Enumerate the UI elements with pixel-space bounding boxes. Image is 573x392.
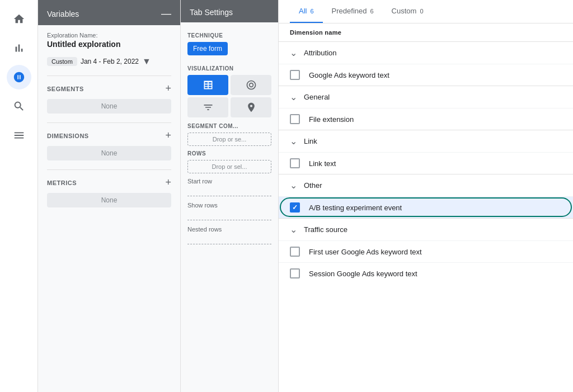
- google-ads-keyword-text-checkbox[interactable]: [290, 70, 300, 80]
- tab-settings-panel: Tab Settings TECHNIQUE Free form VISUALI…: [181, 0, 279, 392]
- table-viz-button[interactable]: [187, 75, 228, 95]
- map-viz-button[interactable]: [231, 97, 271, 117]
- donut-viz-button[interactable]: [231, 75, 271, 95]
- ab-testing-checkbox[interactable]: [290, 202, 300, 212]
- show-rows-label: Show rows: [187, 202, 271, 209]
- segments-add-button[interactable]: +: [165, 83, 171, 95]
- segment-comparison-label: SEGMENT COM...: [187, 123, 271, 129]
- dimensions-add-button[interactable]: +: [165, 130, 171, 141]
- tab-predefined[interactable]: Predefined 6: [323, 0, 383, 23]
- tab-all-count: 6: [310, 8, 313, 15]
- link-group-header[interactable]: ⌄ Link: [279, 130, 573, 152]
- file-extension-checkbox[interactable]: [290, 114, 300, 124]
- show-rows-input[interactable]: [187, 211, 271, 220]
- traffic-source-group-header[interactable]: ⌄ Traffic source: [279, 218, 573, 240]
- home-icon[interactable]: [7, 7, 31, 31]
- nested-rows-input[interactable]: Show: [187, 235, 271, 244]
- start-row-label: Start row: [187, 178, 271, 185]
- list-icon[interactable]: [7, 123, 31, 148]
- tab-custom[interactable]: Custom 0: [383, 0, 433, 23]
- date-badge: Custom: [47, 57, 77, 66]
- file-extension-label: File extension: [309, 115, 354, 124]
- link-group-name: Link: [304, 137, 317, 145]
- ab-testing-item[interactable]: A/B testing experiment event: [279, 196, 573, 218]
- dimension-list: ⌄ Attribution Google Ads keyword text ⌄ …: [279, 41, 573, 392]
- other-group-name: Other: [304, 181, 322, 190]
- visualization-grid: [187, 75, 271, 117]
- divider-3: [47, 169, 171, 170]
- ab-testing-item-wrapper: A/B testing experiment event: [279, 196, 573, 218]
- start-row-input[interactable]: [187, 187, 271, 196]
- variables-panel: Variables — Exploration Name: Untitled e…: [38, 0, 181, 392]
- segments-header: SEGMENTS +: [47, 83, 171, 95]
- ab-testing-label: A/B testing experiment event: [309, 204, 402, 212]
- tab-custom-count: 0: [420, 8, 423, 15]
- svg-point-0: [249, 83, 253, 87]
- divider-1: [47, 75, 171, 76]
- session-google-ads-checkbox[interactable]: [290, 268, 300, 278]
- funnel-viz-button[interactable]: [187, 97, 228, 117]
- general-group-name: General: [304, 93, 330, 101]
- attribution-group-name: Attribution: [304, 49, 337, 57]
- date-range-row: Custom Jan 4 - Feb 2, 2022 ▼: [47, 56, 171, 67]
- segments-placeholder: None: [47, 99, 171, 114]
- first-user-google-ads-label: First user Google Ads keyword text: [309, 248, 422, 256]
- technique-button[interactable]: Free form: [187, 42, 228, 55]
- google-ads-keyword-text-label: Google Ads keyword text: [309, 71, 389, 79]
- minimize-icon[interactable]: —: [161, 8, 171, 20]
- tab-settings-title: Tab Settings: [190, 8, 233, 17]
- exploration-name-label: Exploration Name:: [47, 32, 171, 39]
- explore-icon[interactable]: [7, 65, 31, 89]
- tabs-row: All 6 Predefined 6 Custom 0: [279, 0, 573, 23]
- divider-2: [47, 122, 171, 123]
- exploration-name-value[interactable]: Untitled exploration: [47, 40, 171, 49]
- general-chevron-icon: ⌄: [290, 92, 297, 102]
- link-text-checkbox[interactable]: [290, 158, 300, 168]
- link-text-label: Link text: [309, 159, 336, 168]
- segments-title: SEGMENTS: [47, 86, 84, 92]
- metrics-add-button[interactable]: +: [165, 177, 171, 188]
- dimensions-header: DIMENSIONS +: [47, 130, 171, 141]
- attribution-chevron-icon: ⌄: [290, 48, 297, 58]
- variables-title: Variables: [47, 10, 79, 18]
- metrics-header: METRICS +: [47, 177, 171, 188]
- session-google-ads-label: Session Google Ads keyword text: [309, 270, 417, 278]
- tab-all-label: All: [299, 7, 307, 15]
- nested-rows-label: Nested rows: [187, 226, 271, 233]
- date-arrow-icon[interactable]: ▼: [142, 56, 151, 67]
- other-group-header[interactable]: ⌄ Other: [279, 174, 573, 196]
- metrics-title: METRICS: [47, 180, 77, 186]
- other-chevron-icon: ⌄: [290, 180, 297, 191]
- tab-settings-header: Tab Settings: [181, 0, 278, 22]
- rows-label: ROWS: [187, 150, 271, 157]
- rows-dropzone[interactable]: Drop or sel...: [187, 160, 271, 173]
- first-user-google-ads-checkbox[interactable]: [290, 247, 300, 257]
- variables-content: Exploration Name: Untitled exploration C…: [38, 25, 180, 392]
- icon-bar: [0, 0, 38, 392]
- link-text-item[interactable]: Link text: [279, 152, 573, 174]
- technique-label: TECHNIQUE: [187, 32, 271, 39]
- tab-all[interactable]: All 6: [290, 0, 323, 23]
- search-console-icon[interactable]: [7, 94, 31, 119]
- segment-comparison-dropzone[interactable]: Drop or se...: [187, 133, 271, 146]
- session-google-ads-item[interactable]: Session Google Ads keyword text: [279, 262, 573, 284]
- first-user-google-ads-item[interactable]: First user Google Ads keyword text: [279, 240, 573, 262]
- tab-predefined-count: 6: [370, 8, 373, 15]
- traffic-source-group-name: Traffic source: [304, 225, 347, 234]
- traffic-source-chevron-icon: ⌄: [290, 224, 297, 235]
- general-group-header[interactable]: ⌄ General: [279, 86, 573, 108]
- dimensions-placeholder: None: [47, 146, 171, 160]
- dimension-col-header: Dimension name: [279, 23, 573, 41]
- attribution-group-header[interactable]: ⌄ Attribution: [279, 41, 573, 64]
- tab-custom-label: Custom: [392, 7, 417, 15]
- main-content: All 6 Predefined 6 Custom 0 Dimension na…: [279, 0, 573, 392]
- link-chevron-icon: ⌄: [290, 136, 297, 147]
- metrics-placeholder: None: [47, 193, 171, 207]
- tab-settings-content: TECHNIQUE Free form VISUALIZATION SEGMEN…: [181, 22, 278, 392]
- google-ads-keyword-text-item[interactable]: Google Ads keyword text: [279, 64, 573, 86]
- file-extension-item[interactable]: File extension: [279, 108, 573, 130]
- dimensions-title: DIMENSIONS: [47, 133, 89, 139]
- bar-chart-icon[interactable]: [7, 36, 31, 60]
- visualization-label: VISUALIZATION: [187, 65, 271, 72]
- tab-predefined-label: Predefined: [332, 7, 367, 15]
